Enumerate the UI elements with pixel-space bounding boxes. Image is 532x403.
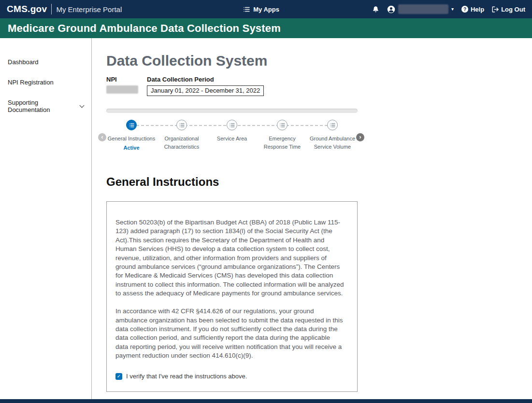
step-status: Active (123, 145, 139, 151)
stepper-step-service-area[interactable]: Service Area (207, 120, 257, 151)
notifications-bell-icon[interactable] (372, 6, 379, 13)
stepper-step-emergency-response-time[interactable]: Emergency Response Time (257, 120, 307, 151)
cms-logo[interactable]: CMS.gov (7, 4, 47, 14)
step-list-icon (327, 120, 338, 130)
stepper: General Instructions Active Organization… (106, 120, 358, 151)
page-title: Data Collection System (106, 53, 358, 69)
sidebar: Dashboard NPI Registration Supporting Do… (0, 38, 92, 399)
progress-bar (106, 109, 358, 113)
step-list-icon (277, 120, 288, 130)
stepper-step-general-instructions[interactable]: General Instructions Active (106, 120, 157, 151)
top-navbar: CMS.gov My Enterprise Portal My Apps (0, 0, 532, 18)
user-name-redacted (398, 4, 448, 14)
stepper-steps: General Instructions Active Organization… (106, 120, 358, 151)
user-avatar-icon (387, 5, 395, 14)
instructions-paragraph: In accordance with 42 CFR §414.626 of ou… (115, 307, 345, 360)
help-icon: ? (461, 6, 468, 13)
instructions-paragraph: Section 50203(b) of the Bipartisan Budge… (115, 218, 345, 298)
verify-row: ✓ I verify that I've read the instructio… (115, 373, 345, 380)
period-label: Data Collection Period (147, 76, 264, 83)
logout-icon (492, 6, 499, 13)
navbar-right: ▾ ? Help Log Out (372, 4, 525, 14)
npi-value-redacted (106, 85, 138, 94)
app-title: Medicare Ground Ambulance Data Collectio… (8, 22, 281, 35)
step-list-icon (176, 120, 187, 130)
verify-checkbox[interactable]: ✓ (115, 373, 122, 380)
main-content: Data Collection System NPI Data Collecti… (92, 38, 532, 399)
brand-divider (51, 4, 52, 14)
npi-field: NPI (106, 76, 138, 94)
logout-button[interactable]: Log Out (492, 6, 525, 13)
sidebar-items: Dashboard NPI Registration Supporting Do… (8, 58, 85, 113)
help-button[interactable]: ? Help (461, 6, 484, 13)
period-field: Data Collection Period January 01, 2022 … (147, 76, 264, 96)
footer-bar (0, 399, 532, 403)
sidebar-item-dashboard[interactable]: Dashboard (8, 58, 85, 66)
period-value[interactable]: January 01, 2022 - December 31, 2022 (147, 85, 264, 96)
instructions-paragraphs: Section 50203(b) of the Bipartisan Budge… (115, 218, 345, 360)
stepper-prev-button[interactable]: ‹ (98, 133, 106, 141)
page: CMS.gov My Enterprise Portal My Apps (0, 0, 532, 403)
instructions-box: Section 50203(b) of the Bipartisan Budge… (106, 201, 358, 392)
user-menu[interactable]: ▾ (387, 4, 454, 14)
sidebar-item-supporting-documentation[interactable]: Supporting Documentation (8, 99, 85, 113)
chevron-down-icon: ▾ (451, 7, 454, 12)
header-fields: NPI Data Collection Period January 01, 2… (106, 76, 358, 96)
npi-label: NPI (106, 76, 138, 83)
app-header: Medicare Ground Ambulance Data Collectio… (0, 18, 532, 38)
step-list-icon (126, 120, 137, 130)
my-apps-button[interactable]: My Apps (215, 6, 279, 13)
portal-name: My Enterprise Portal (56, 5, 122, 14)
stepper-step-organizational-characteristics[interactable]: Organizational Characteristics (157, 120, 207, 151)
apps-list-icon (244, 7, 250, 12)
brand[interactable]: CMS.gov My Enterprise Portal (7, 4, 122, 14)
sidebar-item-npi-registration[interactable]: NPI Registration (8, 79, 85, 86)
verify-label: I verify that I've read the instructions… (126, 373, 247, 380)
section-title: General Instructions (106, 175, 358, 189)
stepper-step-ground-ambulance-service-volume[interactable]: Ground Ambulance Service Volume (307, 120, 358, 151)
step-list-icon (227, 120, 237, 130)
